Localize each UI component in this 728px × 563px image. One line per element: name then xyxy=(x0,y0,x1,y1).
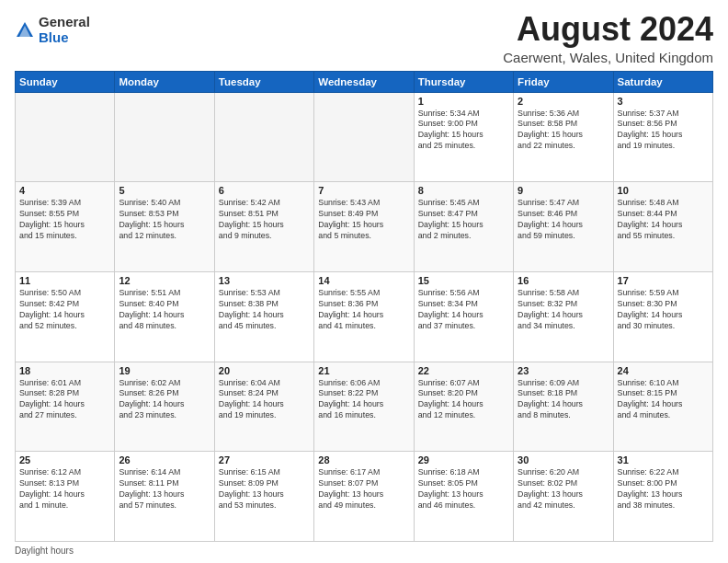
day-number: 4 xyxy=(19,185,110,196)
day-info: Sunrise: 6:07 AM Sunset: 8:20 PM Dayligh… xyxy=(418,378,509,422)
day-info: Sunrise: 5:36 AM Sunset: 8:58 PM Dayligh… xyxy=(518,109,609,153)
calendar-cell: 5Sunrise: 5:40 AM Sunset: 8:53 PM Daylig… xyxy=(115,182,214,272)
calendar-cell xyxy=(314,92,414,182)
day-number: 24 xyxy=(618,365,709,376)
day-number: 27 xyxy=(219,454,310,465)
day-number: 9 xyxy=(518,185,609,196)
day-info: Sunrise: 5:39 AM Sunset: 8:55 PM Dayligh… xyxy=(19,198,110,242)
day-info: Sunrise: 5:59 AM Sunset: 8:30 PM Dayligh… xyxy=(618,288,709,332)
day-info: Sunrise: 6:17 AM Sunset: 8:07 PM Dayligh… xyxy=(318,467,409,511)
calendar-cell: 23Sunrise: 6:09 AM Sunset: 8:18 PM Dayli… xyxy=(514,362,613,452)
calendar-header-thursday: Thursday xyxy=(414,71,513,92)
calendar-cell: 4Sunrise: 5:39 AM Sunset: 8:55 PM Daylig… xyxy=(16,182,115,272)
calendar-cell: 27Sunrise: 6:15 AM Sunset: 8:09 PM Dayli… xyxy=(214,452,313,542)
calendar-cell: 11Sunrise: 5:50 AM Sunset: 8:42 PM Dayli… xyxy=(16,271,115,362)
calendar-cell: 22Sunrise: 6:07 AM Sunset: 8:20 PM Dayli… xyxy=(414,362,513,452)
day-info: Sunrise: 6:12 AM Sunset: 8:13 PM Dayligh… xyxy=(19,467,110,511)
day-info: Sunrise: 5:47 AM Sunset: 8:46 PM Dayligh… xyxy=(518,198,609,242)
day-number: 13 xyxy=(219,275,310,286)
calendar-cell: 16Sunrise: 5:58 AM Sunset: 8:32 PM Dayli… xyxy=(514,271,613,362)
day-info: Sunrise: 5:48 AM Sunset: 8:44 PM Dayligh… xyxy=(618,198,709,242)
calendar-cell: 18Sunrise: 6:01 AM Sunset: 8:28 PM Dayli… xyxy=(16,362,115,452)
day-number: 7 xyxy=(318,185,409,196)
calendar-week-1: 1Sunrise: 5:34 AM Sunset: 9:00 PM Daylig… xyxy=(16,92,713,182)
calendar-cell: 17Sunrise: 5:59 AM Sunset: 8:30 PM Dayli… xyxy=(613,271,712,362)
calendar-cell xyxy=(115,92,214,182)
calendar-header-saturday: Saturday xyxy=(613,71,712,92)
day-info: Sunrise: 6:15 AM Sunset: 8:09 PM Dayligh… xyxy=(219,467,310,511)
calendar-cell: 7Sunrise: 5:43 AM Sunset: 8:49 PM Daylig… xyxy=(314,182,414,272)
calendar-header-sunday: Sunday xyxy=(16,71,115,92)
day-number: 28 xyxy=(318,454,409,465)
day-number: 17 xyxy=(618,275,709,286)
calendar-cell: 13Sunrise: 5:53 AM Sunset: 8:38 PM Dayli… xyxy=(214,271,313,362)
day-number: 19 xyxy=(119,365,210,376)
day-info: Sunrise: 5:42 AM Sunset: 8:51 PM Dayligh… xyxy=(219,198,310,242)
day-info: Sunrise: 5:45 AM Sunset: 8:47 PM Dayligh… xyxy=(418,198,509,242)
day-number: 3 xyxy=(618,96,709,107)
page: General Blue August 2024 Caerwent, Wales… xyxy=(0,0,728,563)
day-number: 18 xyxy=(19,365,110,376)
day-info: Sunrise: 6:14 AM Sunset: 8:11 PM Dayligh… xyxy=(119,467,210,511)
calendar-cell: 2Sunrise: 5:36 AM Sunset: 8:58 PM Daylig… xyxy=(514,92,613,182)
day-info: Sunrise: 5:34 AM Sunset: 9:00 PM Dayligh… xyxy=(418,109,509,153)
day-info: Sunrise: 6:20 AM Sunset: 8:02 PM Dayligh… xyxy=(518,467,609,511)
day-info: Sunrise: 5:51 AM Sunset: 8:40 PM Dayligh… xyxy=(119,288,210,332)
day-info: Sunrise: 5:37 AM Sunset: 8:56 PM Dayligh… xyxy=(618,109,709,153)
title-block: August 2024 Caerwent, Wales, United King… xyxy=(503,11,713,65)
day-info: Sunrise: 6:02 AM Sunset: 8:26 PM Dayligh… xyxy=(119,378,210,422)
day-number: 23 xyxy=(518,365,609,376)
main-title: August 2024 xyxy=(503,11,713,48)
day-info: Sunrise: 5:50 AM Sunset: 8:42 PM Dayligh… xyxy=(19,288,110,332)
calendar-cell: 19Sunrise: 6:02 AM Sunset: 8:26 PM Dayli… xyxy=(115,362,214,452)
calendar-cell: 28Sunrise: 6:17 AM Sunset: 8:07 PM Dayli… xyxy=(314,452,414,542)
day-number: 12 xyxy=(119,275,210,286)
footer-note: Daylight hours xyxy=(15,546,713,556)
logo: General Blue xyxy=(15,15,90,45)
calendar-week-5: 25Sunrise: 6:12 AM Sunset: 8:13 PM Dayli… xyxy=(16,452,713,542)
day-info: Sunrise: 5:58 AM Sunset: 8:32 PM Dayligh… xyxy=(518,288,609,332)
logo-blue: Blue xyxy=(39,30,90,46)
calendar-cell: 26Sunrise: 6:14 AM Sunset: 8:11 PM Dayli… xyxy=(115,452,214,542)
day-number: 29 xyxy=(418,454,509,465)
calendar-cell: 15Sunrise: 5:56 AM Sunset: 8:34 PM Dayli… xyxy=(414,271,513,362)
logo-general: General xyxy=(39,15,90,30)
day-number: 26 xyxy=(119,454,210,465)
day-number: 8 xyxy=(418,185,509,196)
day-number: 16 xyxy=(518,275,609,286)
day-info: Sunrise: 5:55 AM Sunset: 8:36 PM Dayligh… xyxy=(318,288,409,332)
logo-text: General Blue xyxy=(39,15,90,45)
calendar-cell: 21Sunrise: 6:06 AM Sunset: 8:22 PM Dayli… xyxy=(314,362,414,452)
calendar-cell: 20Sunrise: 6:04 AM Sunset: 8:24 PM Dayli… xyxy=(214,362,313,452)
day-info: Sunrise: 6:01 AM Sunset: 8:28 PM Dayligh… xyxy=(19,378,110,422)
calendar-cell: 29Sunrise: 6:18 AM Sunset: 8:05 PM Dayli… xyxy=(414,452,513,542)
day-number: 31 xyxy=(618,454,709,465)
calendar-header-tuesday: Tuesday xyxy=(214,71,313,92)
day-number: 5 xyxy=(119,185,210,196)
calendar-header-friday: Friday xyxy=(514,71,613,92)
day-number: 22 xyxy=(418,365,509,376)
calendar-cell xyxy=(214,92,313,182)
day-number: 6 xyxy=(219,185,310,196)
header: General Blue August 2024 Caerwent, Wales… xyxy=(15,11,713,65)
calendar-cell: 1Sunrise: 5:34 AM Sunset: 9:00 PM Daylig… xyxy=(414,92,513,182)
logo-icon xyxy=(15,20,35,40)
calendar-cell: 6Sunrise: 5:42 AM Sunset: 8:51 PM Daylig… xyxy=(214,182,313,272)
day-number: 11 xyxy=(19,275,110,286)
calendar-header-monday: Monday xyxy=(115,71,214,92)
day-info: Sunrise: 5:53 AM Sunset: 8:38 PM Dayligh… xyxy=(219,288,310,332)
day-info: Sunrise: 6:10 AM Sunset: 8:15 PM Dayligh… xyxy=(618,378,709,422)
day-info: Sunrise: 5:43 AM Sunset: 8:49 PM Dayligh… xyxy=(318,198,409,242)
calendar-cell: 14Sunrise: 5:55 AM Sunset: 8:36 PM Dayli… xyxy=(314,271,414,362)
day-number: 21 xyxy=(318,365,409,376)
day-info: Sunrise: 6:06 AM Sunset: 8:22 PM Dayligh… xyxy=(318,378,409,422)
calendar-cell: 25Sunrise: 6:12 AM Sunset: 8:13 PM Dayli… xyxy=(16,452,115,542)
day-info: Sunrise: 6:09 AM Sunset: 8:18 PM Dayligh… xyxy=(518,378,609,422)
calendar-cell: 12Sunrise: 5:51 AM Sunset: 8:40 PM Dayli… xyxy=(115,271,214,362)
day-number: 2 xyxy=(518,96,609,107)
day-info: Sunrise: 6:18 AM Sunset: 8:05 PM Dayligh… xyxy=(418,467,509,511)
calendar-cell: 31Sunrise: 6:22 AM Sunset: 8:00 PM Dayli… xyxy=(613,452,712,542)
calendar-table: SundayMondayTuesdayWednesdayThursdayFrid… xyxy=(15,71,713,542)
calendar-cell: 9Sunrise: 5:47 AM Sunset: 8:46 PM Daylig… xyxy=(514,182,613,272)
calendar-week-2: 4Sunrise: 5:39 AM Sunset: 8:55 PM Daylig… xyxy=(16,182,713,272)
